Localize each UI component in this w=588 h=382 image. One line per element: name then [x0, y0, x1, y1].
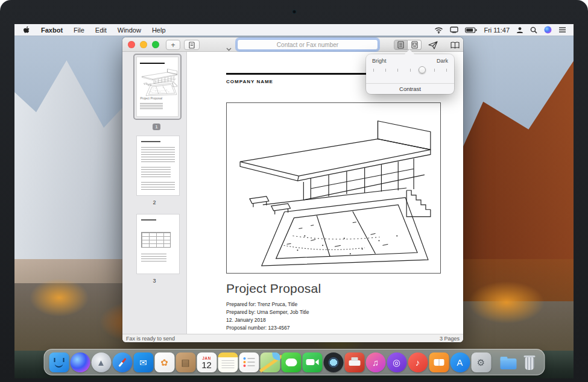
- popover-divider: [366, 83, 454, 84]
- view-coversheet-button[interactable]: [394, 40, 408, 50]
- launchpad-glyph: ▲: [96, 358, 106, 367]
- page-2-number: 2: [122, 199, 186, 205]
- thumbnail-page-2[interactable]: [136, 136, 180, 196]
- send-fax-button[interactable]: [426, 40, 440, 50]
- dark-label: Dark: [437, 58, 448, 64]
- paper-plane-icon: [428, 41, 438, 49]
- new-fax-button[interactable]: +: [166, 40, 180, 50]
- slider-knob[interactable]: [419, 66, 426, 74]
- menu-item-edit[interactable]: Edit: [90, 27, 112, 34]
- mini-text-lines: [140, 103, 162, 110]
- dock-icon-trash[interactable]: [519, 352, 539, 372]
- mini-paragraph: [141, 254, 166, 263]
- window-content: Project Proposal 1 2: [122, 52, 463, 334]
- search-icon[interactable]: [530, 27, 537, 34]
- mini-paragraph: [141, 167, 171, 179]
- dock-icon-itunes[interactable]: ♫: [365, 352, 385, 372]
- menu-item-help[interactable]: Help: [147, 27, 171, 34]
- minimize-button[interactable]: [140, 41, 147, 48]
- app-store-glyph: A: [457, 358, 463, 367]
- wifi-icon[interactable]: [434, 27, 443, 34]
- menu-clock[interactable]: Fri 11:47: [484, 27, 510, 34]
- mini-title: Project Proposal: [140, 96, 162, 100]
- contact-input[interactable]: [237, 39, 378, 50]
- dock-icon-app-store[interactable]: A: [450, 352, 470, 372]
- dock-icon-faxbot-printer[interactable]: [344, 352, 364, 372]
- page-thumbnail-sidebar: Project Proposal 1 2: [122, 52, 187, 334]
- page-count: 3 Pages: [440, 336, 460, 342]
- calendar-day: 12: [201, 360, 212, 370]
- bright-label: Bright: [372, 58, 387, 64]
- faxbot-window: +: [122, 37, 463, 342]
- contrast-popover: Bright Dark Contrast: [366, 54, 454, 94]
- page-3-number: 3: [122, 278, 186, 284]
- architecture-figure: [226, 102, 441, 274]
- view-segmented-control: [394, 40, 422, 50]
- battery-icon[interactable]: [465, 27, 477, 33]
- contrast-slider[interactable]: [373, 66, 447, 74]
- desktop: Faxbot File Edit Window Help Fri 11:47: [14, 24, 574, 378]
- view-preview-button[interactable]: [408, 40, 422, 50]
- dock-icon-calendar[interactable]: JAN12: [197, 352, 217, 372]
- dock-icon-facetime[interactable]: [302, 352, 322, 372]
- proposal-title: Project Proposal: [226, 281, 441, 296]
- document-icon: [397, 41, 404, 49]
- dock-icon-siri[interactable]: [70, 352, 90, 372]
- menu-bar: Faxbot File Edit Window Help Fri 11:47: [14, 24, 574, 36]
- dock-icon-system-preferences[interactable]: ⚙: [471, 352, 491, 372]
- dock-icon-messages[interactable]: [281, 352, 301, 372]
- meta-line: Prepared for: Trenz Pruca, Title: [226, 301, 441, 308]
- slider-ticks: [373, 69, 447, 72]
- dock-icon-finder[interactable]: [49, 352, 69, 372]
- page-setup-button[interactable]: [184, 40, 200, 50]
- dock-icon-reminders[interactable]: [239, 352, 259, 372]
- dock-icon-books[interactable]: [429, 352, 449, 372]
- menu-item-faxbot[interactable]: Faxbot: [36, 27, 68, 34]
- page-1-badge: 1: [153, 124, 160, 130]
- laptop-bezel: Faxbot File Edit Window Help Fri 11:47: [0, 0, 588, 382]
- status-bar: Fax is ready to send 3 Pages: [122, 334, 463, 342]
- dock-icon-safari[interactable]: [112, 352, 132, 372]
- document-preview: COMPANY NAME Project Proposal Prepared f…: [187, 52, 463, 334]
- dock-icon-music[interactable]: ♪: [408, 352, 428, 372]
- mini-heading: [141, 219, 156, 221]
- siri-menu-icon[interactable]: [544, 26, 552, 34]
- mini-table: [141, 232, 171, 248]
- address-book-button[interactable]: [448, 40, 461, 50]
- dock-icon-launchpad[interactable]: ▲: [91, 352, 111, 372]
- apple-menu-icon[interactable]: [23, 26, 31, 34]
- proposal-meta: Prepared for: Trenz Pruca, Title Prepare…: [226, 301, 441, 332]
- meta-line: Proposal number: 123-4567: [226, 324, 441, 332]
- thumbnail-page-3[interactable]: [136, 214, 180, 274]
- thumbnail-page-1[interactable]: Project Proposal: [133, 54, 182, 120]
- camera-dot: [292, 10, 296, 14]
- itunes-glyph: ♫: [372, 358, 379, 367]
- zoom-button[interactable]: [152, 41, 159, 48]
- music-glyph: ♪: [416, 358, 420, 367]
- display-icon[interactable]: [450, 27, 458, 33]
- menu-item-window[interactable]: Window: [112, 27, 147, 34]
- dock-icon-contacts[interactable]: ▤: [175, 352, 195, 372]
- dock-icon-podcasts[interactable]: ◎: [387, 352, 406, 372]
- photos-glyph: ✿: [160, 358, 168, 367]
- dock-icon-photos[interactable]: ✿: [154, 352, 174, 372]
- mini-heading: [141, 141, 160, 142]
- mail-glyph: ✉: [139, 358, 147, 367]
- architecture-drawing: [227, 103, 440, 273]
- dock-icon-mail[interactable]: ✉: [133, 352, 153, 372]
- contrast-label: Contrast: [366, 86, 454, 92]
- user-icon[interactable]: [516, 27, 523, 34]
- open-book-icon: [450, 42, 460, 49]
- thumbnail-page-1-content: Project Proposal: [136, 57, 179, 117]
- mini-paragraph: [141, 147, 175, 164]
- dock-icon-photo-booth[interactable]: [323, 352, 343, 372]
- dock-icon-maps[interactable]: [260, 352, 280, 372]
- dock-icon-folder[interactable]: [498, 352, 518, 372]
- page-icon: [189, 42, 195, 49]
- document-alt-icon: [411, 41, 418, 49]
- notification-center-icon[interactable]: [558, 27, 566, 33]
- mini-architecture-drawing: [139, 66, 179, 97]
- close-button[interactable]: [128, 41, 135, 48]
- menu-item-file[interactable]: File: [68, 27, 90, 34]
- dock-icon-notes[interactable]: [218, 352, 238, 372]
